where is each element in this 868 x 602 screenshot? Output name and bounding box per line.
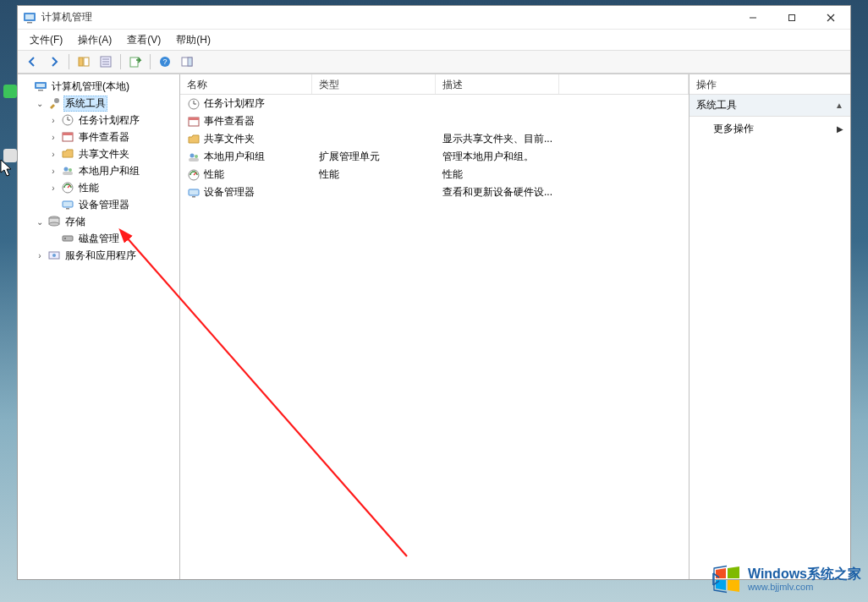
- clock-icon: [61, 113, 74, 127]
- clock-icon: [187, 97, 201, 111]
- collapse-icon[interactable]: ⌄: [35, 98, 45, 108]
- tree-services-apps[interactable]: › 服务和应用程序: [33, 247, 178, 264]
- list-row[interactable]: 事件查看器: [180, 112, 689, 130]
- svg-rect-52: [192, 196, 195, 198]
- tree-local-users[interactable]: › 本地用户和组: [47, 162, 178, 179]
- list-row[interactable]: 任务计划程序: [180, 95, 689, 112]
- expand-icon[interactable]: ›: [48, 166, 58, 176]
- svg-rect-7: [79, 57, 83, 66]
- svg-point-38: [64, 238, 66, 239]
- svg-rect-29: [63, 172, 73, 175]
- minimize-button[interactable]: [733, 6, 772, 30]
- action-more[interactable]: 更多操作 ▶: [689, 117, 850, 141]
- nav-forward-button[interactable]: [45, 52, 63, 71]
- list-body[interactable]: 任务计划程序 事件查看器 共享文件夹 显示共享文件夹、目前... 本地用户和组 …: [180, 95, 689, 579]
- expand-icon[interactable]: ›: [48, 132, 58, 142]
- window-title: 计算机管理: [41, 10, 733, 25]
- chevron-up-icon: ▲: [835, 101, 843, 110]
- svg-rect-51: [189, 189, 199, 195]
- list-row[interactable]: 本地用户和组 扩展管理单元 管理本地用户和组。: [180, 148, 689, 166]
- column-description[interactable]: 描述: [436, 74, 559, 94]
- chevron-right-icon: ▶: [837, 124, 843, 134]
- users-icon: [187, 150, 201, 164]
- tree-disk-management[interactable]: 磁盘管理: [47, 230, 178, 247]
- svg-rect-45: [189, 118, 199, 120]
- svg-rect-2: [27, 22, 32, 24]
- svg-rect-13: [130, 57, 138, 67]
- toolbar: ?: [18, 50, 850, 74]
- menubar: 文件(F) 操作(A) 查看(V) 帮助(H): [18, 30, 850, 50]
- help-button[interactable]: ?: [156, 52, 174, 71]
- list-header: 名称 类型 描述: [180, 74, 689, 95]
- maximize-button[interactable]: [772, 6, 811, 30]
- client-area: 计算机管理(本地) ⌄ 系统工具: [18, 74, 850, 579]
- column-name[interactable]: 名称: [180, 74, 312, 94]
- tree-shared-folders[interactable]: › 共享文件夹: [47, 145, 178, 162]
- tree-system-tools[interactable]: ⌄ 系统工具: [33, 95, 178, 112]
- menu-file[interactable]: 文件(F): [23, 31, 69, 49]
- menu-view[interactable]: 查看(V): [120, 31, 168, 49]
- tree-pane[interactable]: 计算机管理(本地) ⌄ 系统工具: [18, 74, 180, 579]
- svg-point-46: [190, 153, 195, 157]
- svg-rect-8: [84, 57, 89, 66]
- expand-icon[interactable]: ›: [35, 250, 45, 260]
- toolbar-separator: [69, 54, 69, 69]
- svg-point-36: [49, 222, 59, 226]
- shared-folder-icon: [61, 147, 74, 161]
- svg-rect-32: [63, 201, 73, 207]
- expand-icon[interactable]: ›: [48, 149, 58, 159]
- close-button[interactable]: [811, 6, 850, 30]
- svg-rect-4: [789, 14, 795, 20]
- export-list-button[interactable]: [126, 52, 145, 71]
- svg-point-47: [195, 155, 198, 158]
- svg-rect-1: [25, 14, 34, 19]
- list-row[interactable]: 共享文件夹 显示共享文件夹、目前...: [180, 130, 689, 148]
- tree-performance[interactable]: › 性能: [47, 179, 178, 196]
- tree-event-viewer[interactable]: › 事件查看器: [47, 129, 178, 145]
- svg-rect-48: [189, 158, 199, 161]
- cursor-icon: [0, 159, 15, 178]
- desktop-icon-fragment: [3, 85, 17, 98]
- action-pane-header: 操作: [689, 74, 850, 95]
- svg-text:?: ?: [162, 57, 167, 66]
- menu-help[interactable]: 帮助(H): [169, 31, 217, 49]
- performance-icon: [187, 168, 201, 182]
- titlebar: 计算机管理: [18, 6, 850, 30]
- action-group-title[interactable]: 系统工具 ▲: [689, 95, 850, 117]
- tree-device-manager[interactable]: 设备管理器: [47, 196, 178, 213]
- tree-root[interactable]: 计算机管理(本地): [19, 78, 178, 95]
- show-action-pane-button[interactable]: [178, 52, 196, 71]
- tree-storage[interactable]: ⌄ 存储: [33, 213, 178, 230]
- svg-rect-17: [188, 57, 192, 66]
- device-icon: [61, 198, 74, 211]
- svg-point-21: [54, 98, 59, 103]
- windows-logo-icon: [711, 563, 743, 595]
- properties-button[interactable]: [96, 52, 115, 71]
- collapse-icon[interactable]: ⌄: [35, 216, 45, 227]
- tree-task-scheduler[interactable]: › 任务计划程序: [47, 112, 178, 129]
- computer-management-window: 计算机管理 文件(F) 操作(A) 查看(V) 帮助(H) ?: [17, 5, 851, 580]
- services-icon: [47, 249, 61, 262]
- computer-icon: [34, 79, 47, 93]
- event-icon: [187, 115, 201, 129]
- app-icon: [23, 11, 36, 25]
- list-row[interactable]: 设备管理器 查看和更新设备硬件设...: [180, 183, 689, 201]
- svg-rect-26: [63, 133, 73, 135]
- show-hide-tree-button[interactable]: [74, 52, 93, 71]
- svg-point-40: [52, 254, 56, 257]
- tree-system-tools-label: 系统工具: [63, 96, 107, 112]
- column-type[interactable]: 类型: [312, 74, 436, 94]
- expand-icon[interactable]: ›: [48, 183, 58, 193]
- shared-folder-icon: [187, 133, 201, 146]
- expand-icon[interactable]: ›: [48, 115, 58, 125]
- svg-point-28: [69, 168, 72, 172]
- tree-root-label: 计算机管理(本地): [50, 79, 131, 95]
- column-spacer: [559, 74, 689, 94]
- list-row[interactable]: 性能 性能 性能: [180, 166, 689, 183]
- menu-action[interactable]: 操作(A): [71, 31, 118, 49]
- storage-icon: [47, 215, 61, 228]
- list-pane: 名称 类型 描述 任务计划程序 事件查看器 共享文件夹: [180, 74, 689, 579]
- nav-back-button[interactable]: [23, 52, 41, 71]
- users-icon: [61, 164, 74, 178]
- performance-icon: [61, 181, 74, 194]
